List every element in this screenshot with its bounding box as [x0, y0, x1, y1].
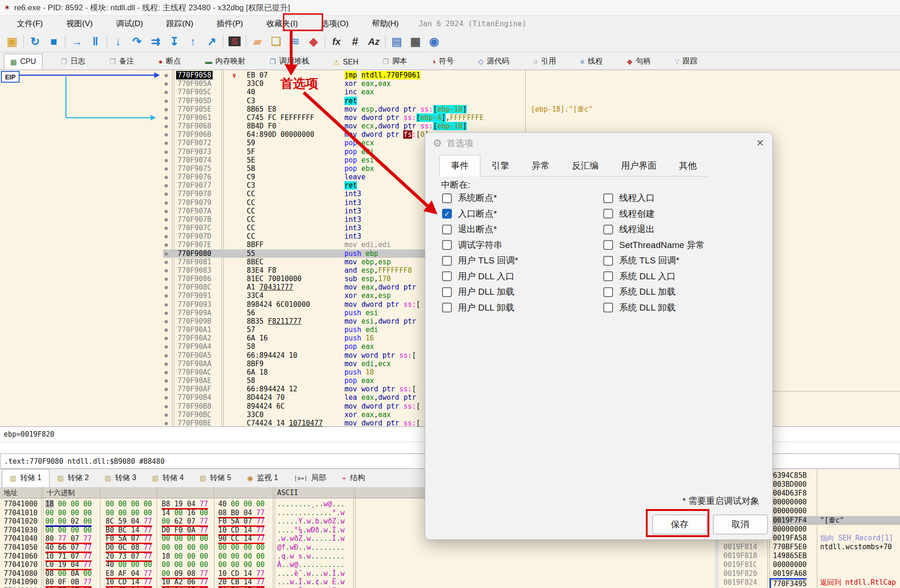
view-tab-备注[interactable]: ❐备注	[103, 53, 140, 70]
dump-tab-结构[interactable]: ⌁结构	[334, 469, 373, 487]
checkbox-row-系统 TLS 回调*[interactable]: 系统 TLS 回调*	[603, 255, 679, 267]
script-s-button[interactable]: S	[225, 33, 244, 50]
checkbox-unchecked[interactable]	[603, 271, 613, 281]
checkbox-row-系统 DLL 卸载[interactable]: 系统 DLL 卸载	[603, 302, 676, 314]
dump-row[interactable]: 7704109080 0F 0B 7710 CD 14 7710 A2 06 7…	[0, 578, 715, 587]
checkbox-row-用户 DLL 加载[interactable]: 用户 DLL 加载	[442, 286, 514, 298]
checkbox-unchecked[interactable]	[603, 193, 613, 203]
breakpoint-dot[interactable]: ●	[164, 419, 168, 426]
breakpoint-dot[interactable]: ●	[164, 173, 168, 181]
disasm-row[interactable]: ●770F90688B4D F0mov ecx,dword ptr ss:[eb…	[0, 122, 900, 130]
run-until-button[interactable]: ⇉	[146, 33, 165, 50]
globe-button[interactable]: ◉	[425, 33, 443, 50]
breakpoint-dot[interactable]: ●	[164, 360, 168, 368]
menu-item-V[interactable]: 视图(V)	[60, 16, 100, 31]
run-button[interactable]: →	[67, 33, 86, 50]
disasm-row[interactable]: ●770F9061C745 FC FEFFFFFFmov dword ptr s…	[0, 113, 900, 122]
cancel-button[interactable]: 取消	[713, 515, 768, 534]
breakpoint-dot[interactable]: ●	[164, 122, 168, 130]
stack-row[interactable]: 0019F818149865EB	[719, 552, 900, 560]
breakpoint-dot[interactable]: ●	[164, 309, 168, 317]
checkbox-unchecked[interactable]	[603, 225, 613, 234]
checkbox-row-用户 DLL 卸载[interactable]: 用户 DLL 卸载	[442, 302, 514, 314]
stop-button[interactable]: ■	[44, 33, 63, 50]
checkbox-unchecked[interactable]	[442, 303, 452, 312]
dump-row[interactable]: 7704108008 00 0A 00E8 AF 04 7700 09 08 7…	[0, 569, 715, 578]
breakpoint-dot[interactable]: ●	[164, 139, 168, 147]
menu-item-F[interactable]: 文件(F)	[10, 16, 50, 31]
view-tab-脚本[interactable]: ❐脚本	[377, 53, 413, 70]
view-tab-内存映射[interactable]: ▬内存映射	[199, 53, 251, 70]
pause-button[interactable]: ‖	[86, 33, 105, 50]
save-button[interactable]: 保存	[652, 515, 707, 534]
breakpoint-dot[interactable]: ●	[164, 156, 168, 164]
dump-tab-转储 2[interactable]: ▥转储 2	[50, 469, 97, 487]
dump-row[interactable]: 7704105040 66 07 77D0 0C 08 7700 00 00 0…	[0, 543, 715, 552]
az-button[interactable]: Az	[364, 33, 383, 50]
checkbox-unchecked[interactable]	[442, 193, 452, 203]
breakpoint-dot[interactable]: ●	[164, 266, 168, 275]
breakpoint-dot[interactable]: ●	[164, 130, 168, 139]
step-over-button[interactable]: ↷	[128, 33, 146, 50]
comment-button[interactable]: ❏	[267, 33, 286, 50]
dialog-tab-用户界面[interactable]: 用户界面	[610, 156, 668, 177]
run-to-user-button[interactable]: ↗	[202, 33, 221, 50]
open-folder-button[interactable]: ▣	[3, 33, 21, 50]
stack-row[interactable]: 0019F814770BF5E0ntdll.wcstombs+70	[719, 543, 900, 552]
breakpoint-dot[interactable]: ●	[164, 393, 168, 402]
menu-item-D[interactable]: 调试(D)	[109, 16, 150, 31]
breakpoint-dot[interactable]: ●	[164, 79, 168, 88]
breakpoint-dot[interactable]: ●	[164, 342, 168, 351]
dialog-tab-事件[interactable]: 事件	[439, 155, 480, 177]
checkbox-row-线程入口[interactable]: 线程入口	[603, 192, 655, 204]
view-tab-断点[interactable]: ●断点	[152, 53, 187, 70]
breakpoint-dot[interactable]: ●	[164, 207, 168, 215]
breakpoint-dot[interactable]: ●	[164, 351, 168, 360]
breakpoint-dot[interactable]: ●	[164, 249, 168, 258]
checkbox-row-系统 DLL 入口[interactable]: 系统 DLL 入口	[603, 270, 676, 283]
checkbox-unchecked[interactable]	[603, 303, 613, 312]
checkbox-row-调试字符串[interactable]: 调试字符串	[442, 239, 502, 251]
breakpoint-dot[interactable]: ●	[164, 198, 168, 207]
menu-item-N[interactable]: 跟踪(N)	[160, 16, 200, 31]
view-tab-调用堆栈[interactable]: ❒调用堆栈	[264, 53, 315, 70]
view-tab-符号[interactable]: ◑符号	[425, 53, 460, 70]
breakpoint-dot[interactable]: ●	[164, 275, 168, 283]
breakpoint-dot[interactable]: ●	[164, 113, 168, 122]
dump-tab-转储 5[interactable]: ▥转储 5	[192, 469, 239, 487]
breakpoint-dot[interactable]: ●	[164, 326, 168, 334]
patch-button[interactable]: ▰	[248, 33, 267, 50]
breakpoint-dot[interactable]: ●	[164, 164, 168, 173]
checkbox-unchecked[interactable]	[442, 287, 452, 297]
breakpoint-dot[interactable]: ●	[164, 97, 168, 105]
stack-row[interactable]: 0019F8200019FA68	[719, 569, 900, 578]
menu-item-I[interactable]: 收藏夹(I)	[260, 16, 304, 31]
breakpoint-dot[interactable]: ●	[164, 368, 168, 376]
execute-till-return-button[interactable]: ↧	[165, 33, 184, 50]
dump-row[interactable]: 7704106010 71 07 7720 73 07 7718 00 00 0…	[0, 552, 715, 561]
checkbox-row-线程退出[interactable]: 线程退出	[603, 223, 655, 235]
dialog-title-bar[interactable]: ⚙ 首选项	[425, 133, 772, 154]
checkbox-row-系统 DLL 加载[interactable]: 系统 DLL 加载	[603, 286, 676, 298]
checkbox-row-线程创建[interactable]: 线程创建	[603, 208, 655, 220]
view-tab-日志[interactable]: ❐日志	[55, 53, 91, 70]
checkbox-row-入口断点*[interactable]: ✓入口断点*	[442, 208, 497, 220]
breakpoint-dot[interactable]: ●	[164, 105, 168, 113]
calculator-button[interactable]: ▦	[406, 33, 425, 50]
dump-tab-监视 1[interactable]: ◉监视 1	[239, 469, 286, 487]
breakpoint-dot[interactable]: ●	[164, 402, 168, 411]
menu-item-O[interactable]: 选项(O)	[314, 16, 355, 31]
menu-item-H[interactable]: 帮助(H)	[365, 16, 406, 31]
dump-tab-局部[interactable]: |x=|局部	[286, 469, 334, 487]
menu-item-P[interactable]: 插件(P)	[210, 16, 250, 31]
breakpoint-dot[interactable]: ●	[164, 215, 168, 224]
breakpoint-dot[interactable]: ●	[164, 385, 168, 393]
view-tab-线程[interactable]: ≡线程	[574, 53, 609, 70]
checkbox-unchecked[interactable]	[442, 271, 452, 281]
dump-tab-转储 4[interactable]: ▥转储 4	[144, 469, 192, 487]
breakpoint-dot[interactable]: ●	[164, 241, 168, 249]
breakpoint-dot[interactable]: ●	[164, 224, 168, 232]
checkbox-unchecked[interactable]	[603, 287, 613, 297]
checkbox-unchecked[interactable]	[603, 256, 613, 266]
dialog-tab-异常[interactable]: 异常	[521, 156, 561, 177]
